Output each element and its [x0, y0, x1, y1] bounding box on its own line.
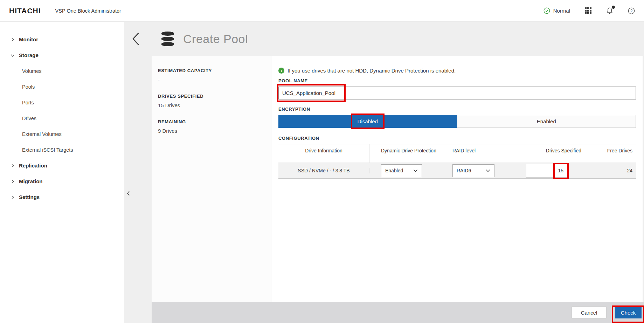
col-drive-information: Drive Information — [278, 144, 369, 163]
drives-specified-value: 15 Drives — [158, 102, 267, 108]
free-drives-value: 24 — [627, 168, 632, 173]
status-label: Normal — [553, 8, 570, 14]
remaining-value: 9 Drives — [158, 128, 267, 134]
estimated-capacity-value: - — [158, 77, 267, 83]
topbar: HITACHI VSP One Block Administrator Norm… — [0, 0, 644, 22]
chevron-right-icon — [11, 195, 15, 199]
svg-text:?: ? — [630, 9, 632, 13]
chevron-down-icon — [413, 167, 418, 174]
chevron-right-icon — [11, 179, 15, 184]
dynamic-drive-protection-dropdown[interactable]: Enabled — [381, 164, 422, 177]
remaining-label: REMAINING — [158, 119, 267, 124]
sidebar-item-settings[interactable]: Settings — [0, 189, 124, 205]
col-dynamic-drive-protection: Dynamic Drive Protection — [369, 144, 445, 163]
drives-specified-label: DRIVES SPECIFIED — [158, 94, 267, 99]
info-icon: i — [278, 68, 284, 74]
encryption-disabled-option[interactable]: Disabled — [278, 115, 457, 128]
pool-name-label: POOL NAME — [278, 78, 636, 83]
info-message: If you use drives that are not HDD, Dyna… — [288, 68, 456, 74]
check-button[interactable]: Check — [615, 307, 642, 318]
col-drives-specified: Drives Specified — [520, 144, 581, 163]
pool-database-icon — [161, 32, 174, 46]
content-card: ESTIMATED CAPACITY - DRIVES SPECIFIED 15… — [152, 56, 644, 302]
sidebar: Monitor Storage Volumes Pools Ports Driv… — [0, 22, 124, 323]
sidebar-item-storage[interactable]: Storage — [0, 47, 124, 63]
page-title: Create Pool — [183, 32, 248, 46]
action-bar: Cancel Check — [152, 302, 644, 323]
notifications-bell-icon[interactable] — [606, 7, 613, 14]
back-button[interactable] — [131, 32, 140, 46]
encryption-enabled-option[interactable]: Enabled — [457, 115, 636, 128]
brand-divider — [49, 6, 49, 16]
apps-grid-icon[interactable] — [585, 7, 591, 14]
info-message-row: i If you use drives that are not HDD, Dy… — [278, 68, 636, 74]
pool-name-input[interactable] — [278, 87, 636, 99]
table-row: SSD / NVMe / - / 3.8 TB Enabled RAID6 — [278, 163, 636, 179]
sidebar-collapse-handle[interactable] — [125, 189, 131, 198]
sidebar-item-pools[interactable]: Pools — [0, 79, 124, 95]
hitachi-logo: HITACHI — [9, 7, 41, 15]
drives-specified-input[interactable] — [526, 164, 568, 178]
page-header: Create Pool — [124, 22, 644, 56]
col-free-drives: Free Drives — [581, 144, 636, 163]
configuration-label: CONFIGURATION — [278, 136, 636, 141]
system-status-badge[interactable]: Normal — [543, 7, 570, 14]
notification-badge-dot — [612, 6, 615, 9]
help-icon[interactable]: ? — [628, 7, 635, 14]
sidebar-item-external-volumes[interactable]: External Volumes — [0, 126, 124, 142]
drive-information-value: SSD / NVMe / - / 3.8 TB — [298, 168, 349, 173]
summary-panel: ESTIMATED CAPACITY - DRIVES SPECIFIED 15… — [152, 56, 271, 302]
app-title: VSP One Block Administrator — [55, 8, 121, 14]
encryption-toggle: Disabled Enabled — [278, 115, 636, 128]
col-raid-level: RAID level — [445, 144, 520, 163]
cancel-button[interactable]: Cancel — [572, 307, 607, 318]
configuration-table: Drive Information Dynamic Drive Protecti… — [278, 144, 636, 179]
sidebar-item-volumes[interactable]: Volumes — [0, 63, 124, 79]
main-area: Create Pool ESTIMATED CAPACITY - DRIVES … — [124, 22, 644, 323]
raid-level-dropdown[interactable]: RAID6 — [452, 164, 494, 177]
status-check-icon — [543, 7, 550, 14]
create-pool-form: i If you use drives that are not HDD, Dy… — [271, 56, 643, 302]
sidebar-item-migration[interactable]: Migration — [0, 173, 124, 189]
estimated-capacity-label: ESTIMATED CAPACITY — [158, 68, 267, 73]
sidebar-item-monitor[interactable]: Monitor — [0, 32, 124, 47]
chevron-down-icon — [486, 167, 490, 174]
sidebar-item-drives[interactable]: Drives — [0, 110, 124, 126]
chevron-down-icon — [11, 53, 15, 57]
encryption-label: ENCRYPTION — [278, 106, 636, 112]
sidebar-item-external-iscsi-targets[interactable]: External iSCSI Targets — [0, 142, 124, 158]
sidebar-item-ports[interactable]: Ports — [0, 95, 124, 110]
sidebar-item-replication[interactable]: Replication — [0, 158, 124, 173]
chevron-right-icon — [11, 164, 15, 168]
configuration-table-header: Drive Information Dynamic Drive Protecti… — [278, 144, 636, 163]
chevron-right-icon — [11, 37, 15, 42]
